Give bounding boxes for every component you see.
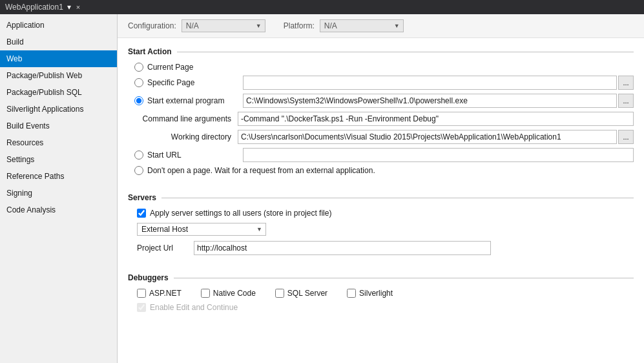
dont-open-option: Don't open a page. Wait for a request fr… bbox=[134, 166, 375, 175]
servers-title: Servers bbox=[128, 193, 156, 202]
working-directory-browse-button[interactable]: ... bbox=[618, 130, 634, 144]
servers-line bbox=[161, 198, 634, 198]
dont-open-label: Don't open a page. Wait for a request fr… bbox=[147, 166, 375, 175]
configuration-select-wrapper: N/A bbox=[182, 19, 265, 32]
edit-continue-row: Enable Edit and Continue bbox=[128, 303, 634, 312]
title-bar-text: WebApplication1 bbox=[5, 3, 63, 12]
silverlight-checkbox[interactable] bbox=[347, 289, 356, 298]
apply-settings-row: Apply server settings to all users (stor… bbox=[128, 209, 634, 218]
platform-select[interactable]: N/A bbox=[320, 19, 404, 32]
sql-server-checkbox[interactable] bbox=[275, 289, 284, 298]
sidebar-item-code-analysis[interactable]: Code Analysis bbox=[0, 202, 117, 218]
specific-page-browse-button[interactable]: ... bbox=[618, 76, 634, 90]
configuration-select[interactable]: N/A bbox=[182, 19, 265, 32]
sql-server-debugger: SQL Server bbox=[275, 289, 327, 298]
current-page-option: Current Page bbox=[134, 63, 238, 72]
current-page-row: Current Page bbox=[128, 63, 634, 72]
start-action-header: Start Action bbox=[128, 47, 634, 56]
configuration-label: Configuration: bbox=[128, 21, 176, 30]
external-program-row: Start external program ... bbox=[128, 94, 634, 108]
debuggers-title: Debuggers bbox=[128, 273, 169, 282]
external-program-input[interactable] bbox=[243, 94, 617, 108]
debugger-checkboxes-row: ASP.NET Native Code SQL Server Silverlig… bbox=[128, 289, 634, 298]
start-url-radio[interactable] bbox=[134, 150, 143, 160]
native-code-label: Native Code bbox=[213, 289, 256, 298]
title-bar: WebApplication1 ▾ × bbox=[0, 0, 644, 14]
project-url-row: Project Url bbox=[128, 241, 634, 255]
sidebar-item-resources[interactable]: Resources bbox=[0, 134, 117, 151]
start-url-option: Start URL bbox=[134, 150, 238, 160]
external-program-browse-button[interactable]: ... bbox=[618, 94, 634, 108]
content-area: Configuration: N/A Platform: N/A Start A… bbox=[118, 14, 644, 363]
dont-open-row: Don't open a page. Wait for a request fr… bbox=[128, 166, 634, 175]
start-url-label: Start URL bbox=[147, 150, 182, 160]
project-url-label: Project Url bbox=[137, 244, 189, 253]
start-url-row: Start URL bbox=[128, 148, 634, 162]
working-directory-label: Working directory bbox=[134, 132, 238, 141]
start-action-section: Start Action Current Page Specific Page … bbox=[118, 38, 644, 185]
debuggers-header: Debuggers bbox=[128, 273, 634, 282]
silverlight-debugger: Silverlight bbox=[347, 289, 393, 298]
apply-settings-checkbox[interactable] bbox=[137, 209, 146, 218]
start-action-title: Start Action bbox=[128, 47, 172, 56]
command-line-args-label: Command line arguments bbox=[134, 114, 238, 123]
sidebar-item-signing[interactable]: Signing bbox=[0, 185, 117, 202]
external-program-label: Start external program bbox=[147, 96, 224, 105]
debuggers-section: Debuggers ASP.NET Native Code SQL Server bbox=[118, 265, 644, 317]
server-type-select[interactable]: External Host IIS Express Local IIS bbox=[137, 223, 266, 236]
specific-page-radio[interactable] bbox=[134, 78, 143, 87]
sidebar-item-package-publish-web[interactable]: Package/Publish Web bbox=[0, 67, 117, 84]
current-page-radio[interactable] bbox=[134, 63, 143, 72]
sidebar-item-web[interactable]: Web bbox=[0, 50, 117, 67]
specific-page-row: Specific Page ... bbox=[128, 76, 634, 90]
sidebar-item-build[interactable]: Build bbox=[0, 34, 117, 50]
aspnet-debugger: ASP.NET bbox=[137, 289, 182, 298]
working-directory-input[interactable] bbox=[238, 130, 617, 144]
command-line-args-input[interactable] bbox=[238, 112, 634, 126]
sidebar-item-build-events[interactable]: Build Events bbox=[0, 118, 117, 134]
external-program-radio[interactable] bbox=[134, 96, 143, 105]
specific-page-label: Specific Page bbox=[147, 78, 194, 87]
aspnet-label: ASP.NET bbox=[149, 289, 182, 298]
sidebar-item-application[interactable]: Application bbox=[0, 17, 117, 34]
silverlight-label: Silverlight bbox=[359, 289, 393, 298]
server-type-row: External Host IIS Express Local IIS bbox=[128, 223, 634, 236]
main-container: ApplicationBuildWebPackage/Publish WebPa… bbox=[0, 14, 644, 363]
start-url-input[interactable] bbox=[243, 148, 634, 162]
project-url-input[interactable] bbox=[194, 241, 491, 255]
apply-settings-label: Apply server settings to all users (stor… bbox=[150, 209, 331, 218]
working-directory-row: Working directory ... bbox=[128, 130, 634, 144]
external-program-option: Start external program bbox=[134, 96, 238, 105]
sql-server-label: SQL Server bbox=[287, 289, 327, 298]
dont-open-radio[interactable] bbox=[134, 166, 143, 175]
sidebar: ApplicationBuildWebPackage/Publish WebPa… bbox=[0, 14, 118, 363]
sidebar-item-silverlight-applications[interactable]: Silverlight Applications bbox=[0, 101, 117, 118]
specific-page-input[interactable] bbox=[243, 76, 617, 90]
edit-continue-checkbox[interactable] bbox=[137, 303, 146, 312]
specific-page-option: Specific Page bbox=[134, 78, 238, 87]
aspnet-checkbox[interactable] bbox=[137, 289, 146, 298]
servers-section: Servers Apply server settings to all use… bbox=[118, 185, 644, 265]
servers-header: Servers bbox=[128, 193, 634, 202]
sidebar-item-package-publish-sql[interactable]: Package/Publish SQL bbox=[0, 84, 117, 101]
server-type-select-wrapper: External Host IIS Express Local IIS bbox=[137, 223, 266, 236]
current-page-label: Current Page bbox=[147, 63, 193, 72]
start-action-line bbox=[177, 52, 634, 52]
command-line-args-row: Command line arguments bbox=[128, 112, 634, 126]
native-code-debugger: Native Code bbox=[201, 289, 256, 298]
native-code-checkbox[interactable] bbox=[201, 289, 210, 298]
platform-select-wrapper: N/A bbox=[320, 19, 404, 32]
close-icon[interactable]: × bbox=[76, 3, 80, 11]
debuggers-line bbox=[174, 278, 634, 278]
config-bar: Configuration: N/A Platform: N/A bbox=[118, 14, 644, 38]
edit-continue-label: Enable Edit and Continue bbox=[150, 303, 238, 312]
platform-label: Platform: bbox=[284, 21, 315, 30]
sidebar-item-settings[interactable]: Settings bbox=[0, 151, 117, 168]
title-bar-separator: ▾ bbox=[67, 3, 71, 12]
sidebar-item-reference-paths[interactable]: Reference Paths bbox=[0, 168, 117, 185]
